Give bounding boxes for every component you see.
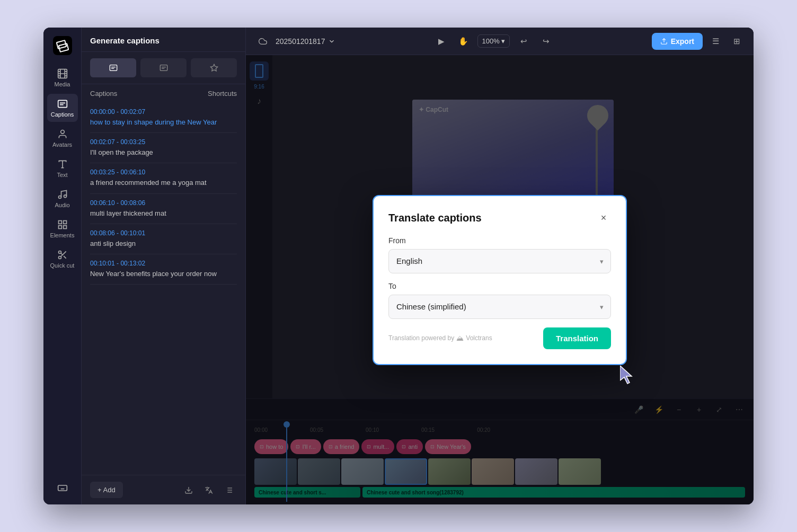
caption-time-3: 00:06:10 - 00:08:06 (90, 199, 237, 207)
svg-rect-34 (160, 65, 167, 71)
sidebar-item-captions[interactable]: Captions (47, 94, 78, 122)
elements-icon (57, 219, 68, 230)
caption-text-5: New Year's benefits place your order now (90, 269, 237, 279)
translation-button[interactable]: Translation (543, 327, 611, 349)
svg-marker-46 (620, 366, 632, 384)
caption-tab-text[interactable] (140, 58, 187, 77)
sidebar-item-keyboard[interactable] (47, 478, 78, 498)
modal-overlay: Translate captions × From English Chines… (246, 55, 754, 504)
to-language-select[interactable]: Chinese (simplified) English Spanish Fre… (388, 295, 611, 319)
to-label: To (388, 282, 611, 290)
powered-by-text: Translation powered by ⛰ Volctrans (388, 334, 492, 342)
icon-sidebar: Media Captions Avatars (43, 28, 82, 504)
shortcuts-label: Shortcuts (208, 90, 237, 97)
caption-item-0[interactable]: 00:00:00 - 00:02:07 how to stay in shape… (90, 103, 237, 133)
caption-text-0: how to stay in shape during the New Year (90, 118, 237, 127)
cursor-overlay (620, 366, 637, 388)
caption-tab-captions[interactable] (90, 58, 136, 77)
svg-point-11 (60, 130, 64, 134)
zoom-level[interactable]: 100% ▾ (477, 34, 510, 48)
text-icon (57, 158, 68, 170)
captions-panel-title: Generate captions (82, 28, 245, 52)
caption-text-4: anti slip design (90, 239, 237, 249)
menu-button[interactable]: ☰ (707, 33, 724, 50)
from-language-select[interactable]: English Chinese (simplified) Spanish Fre… (388, 249, 611, 273)
sidebar-item-elements[interactable]: Elements (47, 215, 78, 243)
from-select-wrapper: English Chinese (simplified) Spanish Fre… (388, 249, 611, 273)
modal-close-button[interactable]: × (596, 211, 611, 226)
translate-captions-modal: Translate captions × From English Chines… (373, 195, 627, 365)
svg-rect-25 (58, 485, 67, 491)
sidebar-label-quickcut: Quick cut (50, 262, 75, 269)
translation-btn-label: Translation (556, 334, 598, 343)
svg-point-20 (58, 251, 61, 254)
download-captions-button[interactable] (181, 482, 197, 498)
sidebar-label-media: Media (55, 81, 70, 87)
svg-point-14 (58, 196, 61, 199)
top-toolbar: 202501201817 ▶ ✋ 100% ▾ ↩ ↪ (246, 28, 754, 55)
svg-point-15 (64, 195, 66, 198)
svg-rect-8 (58, 100, 67, 107)
toolbar-left: 202501201817 (254, 33, 335, 50)
footer-icons (181, 482, 237, 498)
svg-rect-19 (63, 226, 66, 229)
caption-text-3: multi layer thickened mat (90, 209, 237, 218)
caption-item-1[interactable]: 00:02:07 - 00:03:25 I'll open the packag… (90, 133, 237, 163)
from-label: From (388, 236, 611, 245)
caption-time-2: 00:03:25 - 00:06:10 (90, 169, 237, 176)
redo-button[interactable]: ↪ (537, 33, 554, 50)
captions-subheader: Captions Shortcuts (82, 84, 245, 103)
caption-text-1: I'll open the package (90, 148, 237, 157)
project-name: 202501201817 (276, 37, 335, 46)
edit-captions-button[interactable] (221, 482, 237, 498)
svg-line-23 (64, 256, 66, 259)
main-content: 202501201817 ▶ ✋ 100% ▾ ↩ ↪ (246, 28, 754, 504)
captions-list: 00:00:00 - 00:02:07 how to stay in shape… (82, 103, 245, 475)
export-label: Export (671, 37, 694, 46)
toolbar-center: ▶ ✋ 100% ▾ ↩ ↪ (433, 33, 555, 50)
modal-title: Translate captions (388, 212, 482, 224)
translate-captions-button[interactable] (201, 482, 217, 498)
keyboard-icon (57, 482, 68, 494)
caption-icon (57, 98, 68, 110)
caption-time-1: 00:02:07 - 00:03:25 (90, 138, 237, 146)
caption-item-5[interactable]: 00:10:01 - 00:13:02 New Year's benefits … (90, 254, 237, 285)
sidebar-item-quickcut[interactable]: Quick cut (47, 245, 78, 273)
caption-time-4: 00:08:06 - 00:10:01 (90, 229, 237, 237)
caption-text-2: a friend recommended me a yoga mat (90, 178, 237, 188)
music-icon (57, 189, 68, 200)
caption-item-4[interactable]: 00:08:06 - 00:10:01 anti slip design (90, 224, 237, 254)
svg-rect-17 (63, 221, 66, 224)
caption-item-2[interactable]: 00:03:25 - 00:06:10 a friend recommended… (90, 163, 237, 193)
film-icon (57, 68, 68, 79)
svg-marker-37 (210, 64, 217, 71)
add-caption-button[interactable]: + Add (90, 482, 123, 498)
export-button[interactable]: Export (652, 33, 703, 50)
caption-tab-magic[interactable] (191, 58, 237, 77)
hand-tool-button[interactable]: ✋ (455, 33, 472, 50)
caption-item-3[interactable]: 00:06:10 - 00:08:06 multi layer thickene… (90, 194, 237, 224)
caption-time-0: 00:00:00 - 00:02:07 (90, 108, 237, 116)
cloud-save-button[interactable] (254, 33, 271, 50)
undo-button[interactable]: ↩ (515, 33, 532, 50)
svg-rect-31 (110, 65, 117, 71)
sidebar-label-avatars: Avatars (52, 141, 72, 148)
sidebar-item-audio[interactable]: Audio (47, 184, 78, 212)
person-icon (57, 128, 68, 140)
layout-button[interactable]: ⊞ (728, 33, 745, 50)
modal-header: Translate captions × (388, 211, 611, 226)
svg-rect-18 (58, 226, 61, 229)
sidebar-item-media[interactable]: Media (47, 64, 78, 92)
sidebar-item-avatars[interactable]: Avatars (47, 124, 78, 152)
add-caption-label: + Add (98, 486, 116, 494)
captions-footer: + Add (82, 475, 245, 504)
svg-rect-16 (58, 221, 61, 224)
sidebar-item-text[interactable]: Text (47, 154, 78, 182)
captions-panel: Generate captions Captions Shortcuts (82, 28, 246, 504)
sidebar-label-audio: Audio (55, 202, 69, 208)
play-button[interactable]: ▶ (433, 33, 450, 50)
sidebar-label-text: Text (57, 172, 67, 178)
caption-time-5: 00:10:01 - 00:13:02 (90, 260, 237, 267)
sidebar-label-elements: Elements (50, 232, 75, 238)
captions-label: Captions (90, 90, 117, 97)
